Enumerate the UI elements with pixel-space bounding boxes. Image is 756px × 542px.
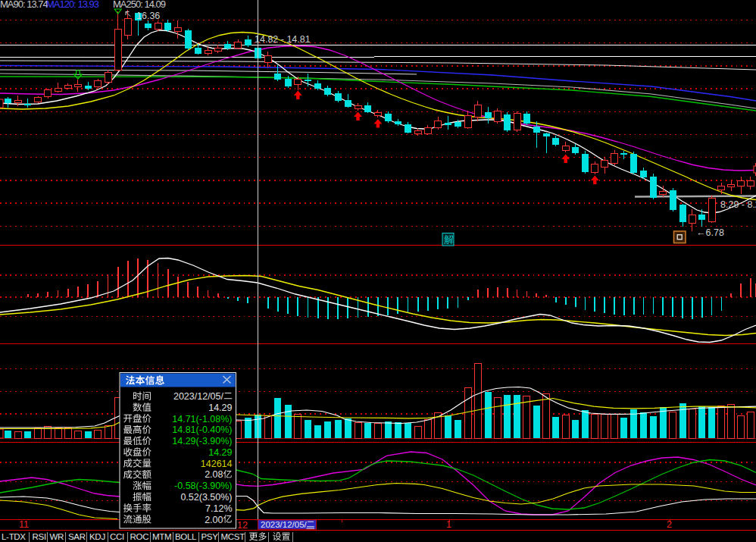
svg-text:14.29: 14.29 <box>208 447 232 458</box>
svg-text:7.12%: 7.12% <box>205 503 232 514</box>
svg-text:MCST: MCST <box>221 532 245 541</box>
svg-text:1: 1 <box>446 519 451 530</box>
svg-text:KDJ: KDJ <box>89 532 105 541</box>
svg-text:12: 12 <box>237 520 248 531</box>
svg-text:14.29: 14.29 <box>208 403 232 413</box>
svg-text:8.29 - 8.2: 8.29 - 8.2 <box>720 199 756 210</box>
svg-text:2023/12/05/: 2023/12/05/ <box>261 520 308 529</box>
svg-text:←6.78: ←6.78 <box>696 227 724 238</box>
svg-text:142614: 142614 <box>201 459 233 469</box>
svg-text:14.29(-3.90%): 14.29(-3.90%) <box>172 436 232 446</box>
svg-text:WR: WR <box>50 532 64 541</box>
svg-text:16.36: 16.36 <box>136 11 160 21</box>
svg-text:MTM: MTM <box>152 532 171 541</box>
svg-text:2.08: 2.08 <box>205 469 223 480</box>
svg-text:14.81(-0.40%): 14.81(-0.40%) <box>172 425 232 435</box>
svg-text:-0.58(-3.90%): -0.58(-3.90%) <box>174 481 232 491</box>
svg-text:14.71(-1.08%): 14.71(-1.08%) <box>172 414 232 425</box>
svg-text:2: 2 <box>667 519 672 530</box>
svg-text:2023/12/05/: 2023/12/05/ <box>173 391 224 402</box>
svg-text:MA90: 13.74: MA90: 13.74 <box>0 0 48 10</box>
svg-text:2.00: 2.00 <box>205 515 223 525</box>
svg-text:ROC: ROC <box>130 532 149 541</box>
svg-text:CCI: CCI <box>110 532 124 541</box>
svg-text:11: 11 <box>19 519 29 530</box>
svg-text:0.52(3.50%): 0.52(3.50%) <box>180 492 232 503</box>
svg-text:MA120: 13.93: MA120: 13.93 <box>46 0 99 10</box>
svg-text:MA250: 14.09: MA250: 14.09 <box>113 0 166 10</box>
svg-text:SAR: SAR <box>68 532 86 541</box>
svg-text:14.82 - 14.81: 14.82 - 14.81 <box>255 34 311 45</box>
svg-text:BOLL: BOLL <box>175 532 197 541</box>
svg-text:RSI: RSI <box>33 532 46 541</box>
svg-text:L-TDX: L-TDX <box>2 532 26 541</box>
svg-text:PSY: PSY <box>201 532 219 541</box>
